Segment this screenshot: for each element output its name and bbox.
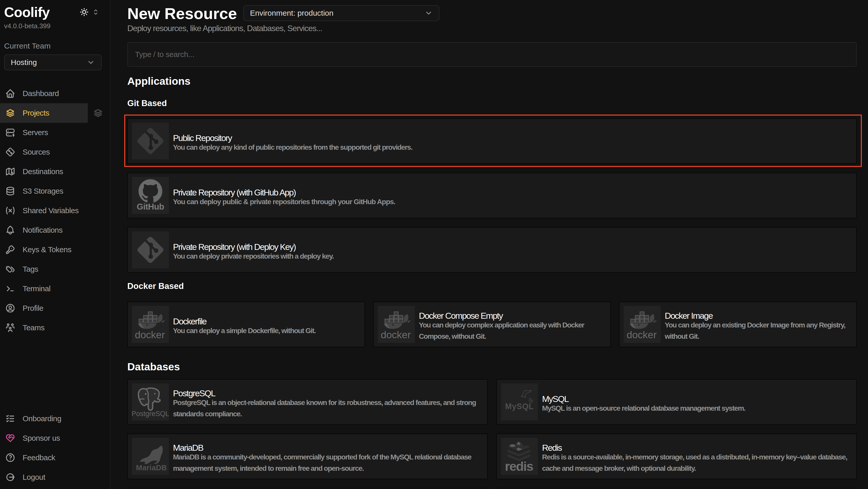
svg-text:docker: docker xyxy=(381,329,411,340)
svg-text:GitHub: GitHub xyxy=(137,202,164,211)
svg-text:docker: docker xyxy=(135,329,165,340)
svg-text:docker: docker xyxy=(626,329,656,340)
svg-text:PostgreSQL: PostgreSQL xyxy=(132,410,169,418)
svg-text:redis: redis xyxy=(505,459,533,473)
svg-text:MariaDB: MariaDB xyxy=(136,464,167,472)
svg-text:MySQL: MySQL xyxy=(505,402,534,411)
